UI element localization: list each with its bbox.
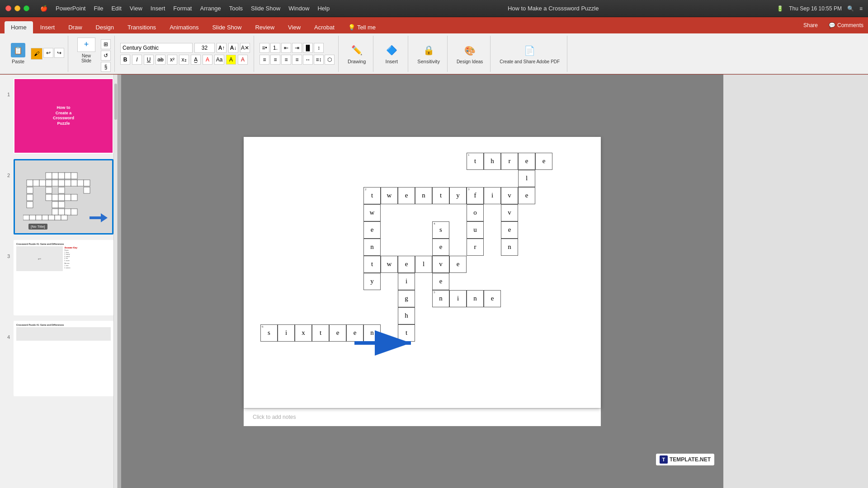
tab-draw[interactable]: Draw (62, 21, 88, 33)
menu-file[interactable]: File (94, 5, 103, 12)
tab-transitions[interactable]: Transitions (121, 21, 162, 33)
scrollbar-thumb[interactable] (114, 84, 117, 120)
layout-button[interactable]: ⊞ (101, 39, 111, 49)
align-left-button[interactable]: ≡ (259, 55, 269, 65)
cell-e3-seven: e (501, 221, 518, 239)
insert-button[interactable]: 🔷 Insert (379, 41, 404, 66)
slide-item-3[interactable]: 3 Crossword Puzzle #1: Same and Differen… (4, 240, 113, 315)
redo-button[interactable]: ↪ (54, 48, 64, 58)
svg-rect-29 (58, 209, 65, 215)
slide-thumb-4[interactable]: Crossword Puzzle #1: Same and Difference… (14, 321, 113, 396)
search-icon[interactable]: 🔍 (847, 5, 854, 12)
share-button[interactable]: Share (798, 20, 823, 31)
decrease-font-button[interactable]: A↓ (228, 43, 238, 53)
shadow-button[interactable]: A̲ (191, 55, 201, 65)
tab-animations[interactable]: Animations (163, 21, 205, 33)
slide-thumb-3[interactable]: Crossword Puzzle #1: Same and Difference… (14, 240, 113, 315)
strikethrough-button[interactable]: ab (156, 55, 165, 65)
slide-canvas[interactable]: 1t h r e e l 2t w e n t y 3f i v e (244, 137, 601, 408)
tab-slideshow[interactable]: Slide Show (206, 21, 248, 33)
new-slide-button[interactable]: + New Slide (74, 36, 99, 72)
svg-rect-35 (42, 215, 48, 220)
font-color-button[interactable]: A (203, 55, 212, 65)
adobe-pdf-button[interactable]: 📄 Create and Share Adobe PDF (496, 42, 563, 66)
slide-panel-scrollbar[interactable] (113, 75, 117, 488)
font-name-input[interactable] (120, 43, 193, 53)
increase-indent-button[interactable]: ⇥ (292, 43, 302, 53)
tab-view[interactable]: View (282, 21, 307, 33)
tab-tell-me[interactable]: 💡 Tell me (342, 21, 382, 33)
window-controls[interactable] (5, 5, 29, 11)
line-spacing-button[interactable]: ↕ (314, 43, 324, 53)
underline-button[interactable]: U (144, 55, 154, 65)
paste-button[interactable]: 📋 Paste (7, 41, 29, 66)
reset-button[interactable]: ↺ (101, 51, 111, 61)
minimize-button[interactable] (14, 5, 20, 11)
cell-t-sixteen: t (312, 324, 329, 342)
tab-home[interactable]: Home (5, 21, 33, 33)
text-direction-button[interactable]: ↔ (303, 55, 313, 65)
smartart-convert-button[interactable]: ⬡ (325, 55, 335, 65)
slide-item-1[interactable]: 1 How toCreate aCrosswordPuzzle (4, 78, 113, 154)
menu-window[interactable]: Window (288, 5, 309, 12)
align-right-button[interactable]: ≡ (281, 55, 291, 65)
maximize-button[interactable] (24, 5, 29, 11)
tab-design[interactable]: Design (90, 21, 120, 33)
numbering-button[interactable]: 1. (270, 43, 280, 53)
slide-thumb-1[interactable]: How toCreate aCrosswordPuzzle (14, 78, 113, 154)
close-button[interactable] (5, 5, 11, 11)
menu-insert[interactable]: Insert (151, 5, 165, 12)
cell-w-twenty: w (381, 187, 398, 204)
svg-rect-28 (52, 209, 58, 215)
menu-arrange[interactable]: Arrange (200, 5, 221, 12)
undo-button[interactable]: ↩ (43, 48, 53, 58)
apple-menu[interactable]: 🍎 (40, 5, 47, 12)
highlight-button[interactable]: A (226, 55, 236, 65)
clear-format-button[interactable]: A✕ (240, 43, 250, 53)
subscript-button[interactable]: x₂ (179, 55, 189, 65)
tab-review[interactable]: Review (249, 21, 281, 33)
decrease-indent-button[interactable]: ⇤ (281, 43, 291, 53)
menu-help[interactable]: Help (317, 5, 330, 12)
slide-thumb-2[interactable]: [No Title] (14, 159, 113, 235)
increase-font-button[interactable]: A↑ (217, 43, 226, 53)
columns-button[interactable]: ▐▌ (303, 43, 313, 53)
svg-rect-21 (52, 194, 58, 201)
svg-rect-24 (71, 194, 77, 201)
cell-h-eight: h (398, 307, 415, 324)
cell-i-eight: i (398, 273, 415, 290)
font-size-input[interactable] (194, 43, 215, 53)
italic-button[interactable]: I (132, 55, 142, 65)
menu-powerpoint[interactable]: PowerPoint (56, 5, 85, 12)
menu-view[interactable]: View (130, 5, 142, 12)
svg-rect-4 (71, 173, 77, 179)
text-case-button[interactable]: Aa (214, 55, 224, 65)
menu-tools[interactable]: Tools (229, 5, 243, 12)
menu-edit[interactable]: Edit (111, 5, 121, 12)
slide-item-2[interactable]: 2 (4, 159, 113, 235)
bold-button[interactable]: B (120, 55, 130, 65)
bullets-button[interactable]: ≡• (259, 43, 269, 53)
control-strip-icon[interactable]: ≡ (859, 5, 863, 12)
tab-acrobat[interactable]: Acrobat (308, 21, 341, 33)
font-color-2-button[interactable]: A (238, 55, 248, 65)
tab-insert[interactable]: Insert (34, 21, 61, 33)
format-painter-button[interactable]: 🖌 (31, 48, 42, 60)
comments-button[interactable]: 💬 Comments (829, 22, 863, 28)
superscript-button[interactable]: x² (167, 55, 177, 65)
menu-format[interactable]: Format (173, 5, 192, 12)
section-button[interactable]: § (101, 62, 111, 72)
sensitivity-button[interactable]: 🔒 Sensitivity (414, 41, 443, 66)
align-text-button[interactable]: ≡↕ (314, 55, 324, 65)
justify-button[interactable]: ≡ (292, 55, 302, 65)
cell-n2-nine: n (467, 290, 484, 307)
design-ideas-button[interactable]: 🎨 Design Ideas (453, 42, 486, 66)
cell-e6: e (432, 273, 449, 290)
notes-area[interactable]: Click to add notes (244, 408, 601, 426)
drawing-button[interactable]: ✏️ Drawing (344, 41, 369, 66)
slide-item-4[interactable]: 4 Crossword Puzzle #1: Same and Differen… (4, 321, 113, 396)
comment-icon: 💬 (829, 22, 835, 28)
align-center-button[interactable]: ≡ (270, 55, 280, 65)
cell-e-nine: e (484, 290, 501, 307)
menu-slideshow[interactable]: Slide Show (251, 5, 280, 12)
